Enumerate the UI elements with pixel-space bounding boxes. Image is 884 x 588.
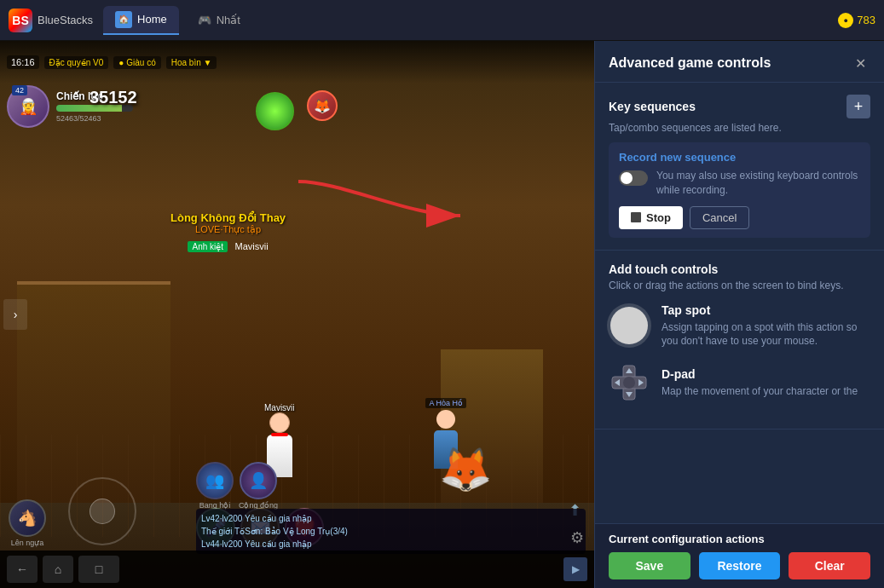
cong-dong-button[interactable]: 👤 Cộng đồng: [239, 462, 278, 510]
record-area: Record new sequence You may also use exi…: [609, 142, 870, 238]
main-area: 16:16 Đặc quyền V0 ● Giàu có Hoa bìn ▼ 🧝…: [0, 41, 884, 588]
title-bar: BS BlueStacks 🏠 Home 🎮 Nhất ● 783: [0, 0, 884, 41]
game-tab-avatar: 🎮: [198, 14, 211, 26]
clear-button[interactable]: Clear: [789, 552, 870, 579]
dpad-icon: [610, 364, 648, 401]
fox-creature: 🦊: [439, 445, 492, 494]
game-ui-top: 16:16 Đặc quyền V0 ● Giàu có Hoa bìn ▼: [0, 41, 594, 84]
combat-text: Lòng Không Đổi Thay LOVE·Thực tập Anh ki…: [170, 211, 286, 253]
action-buttons: Save Restore Clear: [609, 552, 870, 579]
record-new-sequence-link[interactable]: Record new sequence: [619, 151, 860, 164]
settings-gear-button[interactable]: ⚙: [570, 528, 584, 547]
tap-spot-desc: Assign tapping on a spot with this actio…: [662, 320, 870, 349]
menu-button[interactable]: □: [78, 556, 119, 583]
home-tab-icon: 🏠: [115, 11, 132, 28]
stop-label: Stop: [646, 211, 671, 224]
char-head: [269, 412, 290, 433]
touch-controls-desc: Click or drag the actions on the screen …: [609, 280, 870, 291]
cancel-button[interactable]: Cancel: [690, 206, 749, 229]
bang-hoi-button[interactable]: 👥 Bang hội: [196, 462, 234, 510]
tap-spot-name: Tap spot: [662, 303, 870, 317]
dpad-icon-container: [609, 362, 650, 403]
chat-line-2: Thế giới TốSơn: Bảo Vệ Long Trụ(3/4): [201, 525, 581, 538]
player-name: Mavisvii: [264, 403, 295, 412]
game-viewport[interactable]: 16:16 Đặc quyền V0 ● Giàu có Hoa bìn ▼ 🧝…: [0, 41, 594, 588]
bluestacks-icon: BS: [9, 9, 32, 32]
dropdown-badge[interactable]: Hoa bìn ▼: [166, 56, 217, 69]
npc-name-inline: Mavisvii: [235, 241, 269, 251]
toggle-description: You may also use existing keyboard contr…: [656, 169, 860, 198]
touch-controls-section: Add touch controls Click or drag the act…: [595, 251, 884, 430]
len-ngua-button[interactable]: 🐴 Lên ngựa: [9, 499, 46, 547]
app-logo: BS BlueStacks: [9, 9, 93, 32]
coin-value: 783: [857, 14, 875, 26]
toggle-knob: [621, 172, 633, 184]
tap-spot-icon-container: [609, 305, 650, 346]
game-tab-label: Nhất: [217, 14, 240, 26]
tap-spot-circle-icon: [610, 307, 648, 344]
green-orb: [256, 92, 294, 130]
record-buttons: Stop Cancel: [619, 206, 860, 229]
game-tab[interactable]: 🎮 Nhất: [186, 9, 252, 32]
coin-area: ● 783: [838, 13, 875, 28]
tap-spot-item[interactable]: Tap spot Assign tapping on a spot with t…: [609, 303, 870, 349]
char-score: 35152: [90, 88, 137, 107]
home-tab[interactable]: 🏠 Home: [103, 6, 179, 35]
key-sequences-header: Key sequences +: [609, 95, 870, 118]
chat-bar: Lv42·lv200 Yêu cầu gia nhập Thế giới TốS…: [196, 509, 586, 554]
combo-sub: LOVE·Thực tập: [170, 224, 286, 235]
toggle-row: You may also use existing keyboard contr…: [619, 169, 860, 198]
anh-kiet-badge: Anh kiệt: [188, 241, 228, 252]
chat-line-1: Lv42·lv200 Yêu cầu gia nhập: [201, 512, 581, 525]
len-ngua-label: Lên ngựa: [11, 539, 44, 547]
tap-spot-info: Tap spot Assign tapping on a spot with t…: [662, 303, 870, 349]
coin-small-icon: ●: [118, 58, 124, 67]
panel-footer: Current configuration actions Save Resto…: [595, 523, 884, 588]
char-portrait: 🦊: [307, 90, 338, 121]
dpad-name: D-pad: [662, 367, 870, 381]
npc-name-tag: A Hòa Hồ: [425, 398, 466, 408]
save-button[interactable]: Save: [609, 552, 690, 579]
panel-title: Advanced game controls: [609, 55, 771, 71]
back-button[interactable]: ←: [7, 556, 38, 583]
touch-controls-title: Add touch controls: [609, 262, 870, 276]
close-panel-button[interactable]: ✕: [850, 53, 870, 73]
joystick[interactable]: [68, 477, 136, 545]
dpad-info: D-pad Map the movement of your character…: [662, 367, 870, 399]
wealth-label: Giàu có: [126, 58, 155, 67]
svg-point-3: [623, 377, 635, 389]
dpad-desc: Map the movement of your character or th…: [662, 384, 870, 399]
chat-line-3: Lv44·lv200 Yêu cầu gia nhập: [201, 538, 581, 551]
len-ngua-icon: 🐴: [9, 499, 46, 537]
char-level: 42: [12, 85, 27, 95]
combo-title: Lòng Không Đổi Thay: [170, 211, 286, 224]
panel-content: Key sequences + Tap/combo sequences are …: [595, 83, 884, 523]
add-sequence-button[interactable]: +: [846, 95, 870, 118]
scroll-left-button[interactable]: ›: [3, 299, 27, 330]
restore-button[interactable]: Restore: [699, 552, 781, 579]
key-sequences-section: Key sequences + Tap/combo sequences are …: [595, 83, 884, 251]
hp-text: 52463/52463: [56, 114, 133, 123]
stop-icon: [631, 212, 641, 222]
joystick-knob: [90, 499, 115, 524]
right-panel: Advanced game controls ✕ Key sequences +…: [594, 41, 884, 588]
stop-button[interactable]: Stop: [619, 206, 683, 229]
key-sequences-title: Key sequences: [609, 100, 696, 113]
expand-button[interactable]: ▶: [563, 557, 587, 581]
home-button[interactable]: ⌂: [43, 556, 73, 583]
bottom-controls-bar: ← ⌂ □ ▶: [0, 551, 594, 588]
npc-head: [436, 410, 455, 429]
privilege-badge: Đặc quyền V0: [44, 56, 109, 69]
dpad-item[interactable]: D-pad Map the movement of your character…: [609, 362, 870, 403]
keyboard-toggle[interactable]: [619, 170, 648, 186]
wealth-badge: ● Giàu có: [113, 56, 161, 69]
app-name: BlueStacks: [38, 14, 93, 26]
game-time: 16:16: [7, 55, 39, 69]
key-sequences-desc: Tap/combo sequences are listed here.: [609, 122, 870, 134]
panel-header: Advanced game controls ✕: [595, 41, 884, 83]
home-tab-label: Home: [137, 13, 167, 26]
footer-title: Current configuration actions: [609, 533, 870, 545]
coin-icon: ●: [838, 13, 853, 28]
